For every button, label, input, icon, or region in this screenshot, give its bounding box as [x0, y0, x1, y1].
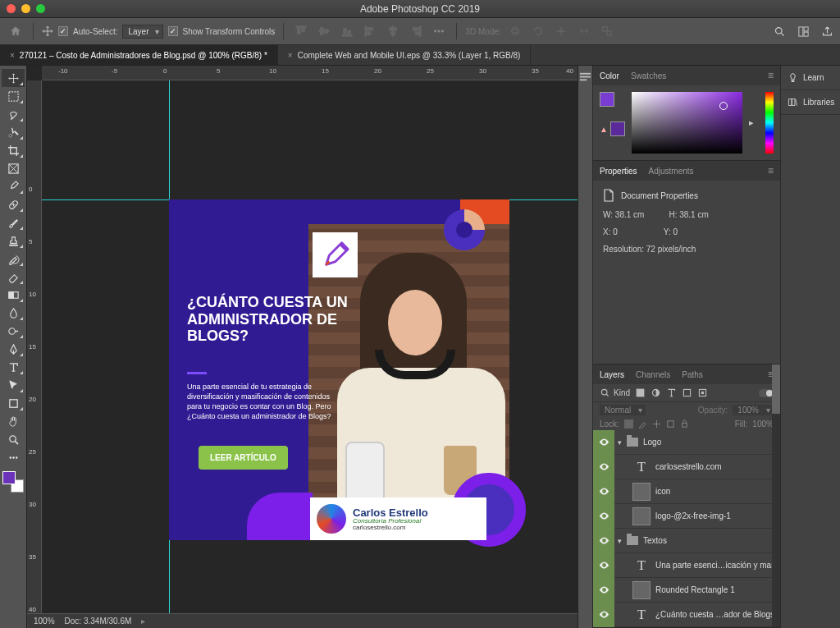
ruler-vertical[interactable]: 0 5 10 15 20 25 30 35 40: [27, 80, 42, 613]
layer-row[interactable]: T¿Cuánto cuesta …ador de Blogs?: [593, 603, 780, 627]
history-brush-tool[interactable]: [2, 250, 25, 268]
filter-type-icon[interactable]: [666, 387, 677, 398]
marquee-tool[interactable]: [2, 87, 25, 105]
show-transform-option[interactable]: ✓ Show Transform Controls: [168, 26, 276, 36]
layer-row[interactable]: ▾Textos: [593, 529, 780, 553]
show-transform-checkbox[interactable]: ✓: [168, 26, 178, 36]
gamut-warning-icon[interactable]: ▲: [600, 125, 608, 134]
layer-name[interactable]: Rounded Rectangle 1: [655, 585, 735, 594]
zoom-icon[interactable]: [36, 4, 45, 13]
canvas-area[interactable]: -10 -5 0 5 10 15 20 25 30 35 40 0 5 10 1…: [27, 66, 578, 628]
tab-properties[interactable]: Properties: [600, 167, 637, 176]
layer-name[interactable]: Una parte esenci…icación y masif: [655, 561, 779, 570]
scrollbar-thumb[interactable]: [772, 364, 780, 414]
healing-tool[interactable]: [2, 195, 25, 213]
layer-row[interactable]: logo-@2x-free-img-1: [593, 504, 780, 529]
libraries-button[interactable]: Libraries: [781, 90, 840, 115]
auto-select-checkbox[interactable]: ✓: [58, 26, 68, 36]
color-foreground-swatch[interactable]: [600, 92, 614, 107]
tab-swatches[interactable]: Swatches: [631, 71, 666, 80]
chevron-down-icon[interactable]: ▾: [618, 537, 622, 545]
crop-tool[interactable]: [2, 141, 25, 159]
zoom-tool[interactable]: [2, 430, 25, 448]
artwork-canvas[interactable]: ¿CUÁNTO CUESTA UN ADMINISTRADOR DE BLOGS…: [169, 199, 509, 540]
type-tool[interactable]: [2, 358, 25, 376]
visibility-toggle[interactable]: [593, 553, 614, 578]
lock-transparency-icon[interactable]: [624, 419, 633, 429]
minimize-icon[interactable]: [21, 4, 30, 13]
opacity-input[interactable]: 100%: [733, 405, 774, 415]
scrollbar[interactable]: [772, 364, 780, 627]
hand-tool[interactable]: [2, 412, 25, 430]
hue-slider[interactable]: [765, 92, 774, 154]
close-icon[interactable]: [7, 4, 16, 13]
foreground-background-swatch[interactable]: [2, 471, 24, 493]
align-more-icon[interactable]: [430, 22, 448, 40]
layer-row[interactable]: icon: [593, 479, 780, 504]
home-button[interactable]: [7, 22, 25, 40]
color-background-swatch[interactable]: [610, 121, 625, 136]
layer-name[interactable]: carlosestrello.com: [655, 462, 722, 471]
filter-shape-icon[interactable]: [682, 387, 692, 398]
eyedropper-tool[interactable]: [2, 177, 25, 195]
layer-row[interactable]: ▾Logo: [593, 430, 780, 455]
blur-tool[interactable]: [2, 304, 25, 322]
tab-channels[interactable]: Channels: [636, 370, 670, 379]
quick-select-tool[interactable]: [2, 123, 25, 141]
eraser-tool[interactable]: [2, 268, 25, 286]
visibility-toggle[interactable]: [593, 430, 614, 455]
layer-name[interactable]: logo-@2x-free-img-1: [655, 511, 731, 520]
visibility-toggle[interactable]: [593, 529, 614, 553]
paragraph-panel-icon[interactable]: [578, 71, 592, 85]
layer-name[interactable]: Textos: [643, 536, 667, 545]
visibility-toggle[interactable]: [593, 479, 614, 504]
path-select-tool[interactable]: [2, 376, 25, 394]
search-icon[interactable]: [774, 25, 786, 38]
auto-select-option[interactable]: ✓ Auto-Select: Layer: [58, 25, 163, 39]
close-tab-icon[interactable]: ×: [288, 51, 293, 60]
auto-select-dropdown[interactable]: Layer: [122, 25, 162, 39]
edit-toolbar[interactable]: [2, 448, 25, 466]
color-picker-field[interactable]: [632, 92, 742, 154]
zoom-level[interactable]: 100%: [34, 617, 55, 626]
blend-mode-dropdown[interactable]: Normal: [600, 405, 646, 415]
document-tab-2[interactable]: × Complete Web and Mobile UI.eps @ 33.3%…: [278, 45, 532, 65]
document-canvas[interactable]: ¿CUÁNTO CUESTA UN ADMINISTRADOR DE BLOGS…: [42, 80, 578, 613]
tab-layers[interactable]: Layers: [600, 370, 624, 379]
tab-paths[interactable]: Paths: [682, 370, 703, 379]
pen-tool[interactable]: [2, 340, 25, 358]
tab-color[interactable]: Color: [600, 71, 619, 80]
filter-smart-icon[interactable]: [697, 387, 708, 398]
ruler-horizontal[interactable]: -10 -5 0 5 10 15 20 25 30 35 40: [42, 66, 578, 80]
share-icon[interactable]: [821, 25, 833, 38]
close-tab-icon[interactable]: ×: [10, 51, 15, 60]
lock-brush-icon[interactable]: [638, 419, 647, 429]
visibility-toggle[interactable]: [593, 455, 614, 479]
panel-menu-icon[interactable]: ≡: [768, 70, 774, 81]
visibility-toggle[interactable]: [593, 603, 614, 627]
layer-name[interactable]: icon: [655, 487, 670, 496]
brush-tool[interactable]: [2, 213, 25, 231]
lasso-tool[interactable]: [2, 105, 25, 123]
lock-position-icon[interactable]: [652, 419, 661, 429]
chevron-down-icon[interactable]: ▾: [618, 438, 622, 447]
dodge-tool[interactable]: [2, 322, 25, 340]
filter-pixel-icon[interactable]: [635, 387, 646, 398]
chevron-right-icon[interactable]: ▸: [141, 617, 145, 626]
stamp-tool[interactable]: [2, 231, 25, 250]
filter-adjust-icon[interactable]: [651, 387, 661, 398]
layer-filter-kind[interactable]: Kind: [600, 387, 630, 398]
gradient-tool[interactable]: [2, 286, 25, 304]
foreground-color[interactable]: [2, 471, 16, 484]
layer-row[interactable]: TUna parte esenci…icación y masif: [593, 553, 780, 578]
chevron-right-icon[interactable]: ▸: [749, 117, 754, 128]
layer-row[interactable]: Rounded Rectangle 1: [593, 578, 780, 603]
doc-size[interactable]: Doc: 3.34M/30.6M: [65, 617, 132, 626]
visibility-toggle[interactable]: [593, 504, 614, 529]
layer-name[interactable]: ¿Cuánto cuesta …ador de Blogs?: [655, 610, 779, 619]
tab-adjustments[interactable]: Adjustments: [649, 167, 694, 176]
frame-tool[interactable]: [2, 159, 25, 177]
lock-nest-icon[interactable]: [666, 419, 675, 429]
panel-menu-icon[interactable]: ≡: [768, 165, 774, 176]
workspace-icon[interactable]: [797, 25, 810, 38]
